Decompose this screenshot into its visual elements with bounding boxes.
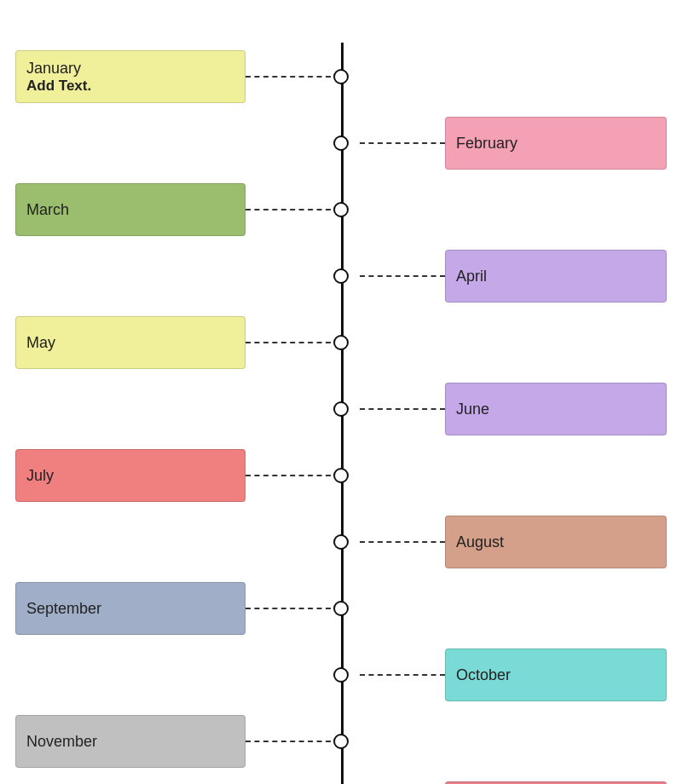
month-box-november: November [15,715,246,768]
month-label-january: January [26,60,234,78]
timeline-circle-january [333,69,349,84]
timeline-circle-september [333,601,349,616]
dash-left-may [246,342,331,343]
timeline-circle-august [333,534,349,550]
month-label-august: August [456,533,504,551]
month-label-july: July [26,467,234,485]
month-subtext-january: Add Text. [26,78,234,95]
month-label-november: November [26,733,234,751]
timeline-circle-june [333,401,349,417]
dash-left-march [246,209,331,210]
timeline-circle-april [333,268,349,284]
dash-left-july [246,475,331,476]
month-box-september: September [15,582,246,635]
timeline-circle-october [333,667,349,683]
month-box-april: April [445,250,667,303]
month-box-march: March [15,183,246,236]
dash-right-october [360,674,445,676]
month-box-february: February [445,117,667,170]
timeline-circle-march [333,202,349,217]
month-box-july: July [15,449,246,502]
month-label-june: June [456,401,489,418]
month-box-january: JanuaryAdd Text. [15,50,246,103]
dash-right-june [360,408,445,410]
dash-right-august [360,541,445,543]
month-box-august: August [445,516,667,568]
month-label-october: October [456,666,511,684]
dash-right-april [360,275,445,277]
page-heading [0,0,682,43]
timeline-circle-february [333,135,349,151]
dash-left-november [246,741,331,742]
month-label-march: March [26,201,234,219]
timeline-circle-november [333,734,349,749]
timeline: JanuaryAdd Text.FebruaryMarchAprilMayJun… [0,43,682,784]
month-box-october: October [445,649,667,701]
month-label-september: September [26,600,234,618]
timeline-circle-july [333,468,349,483]
timeline-circle-may [333,335,349,350]
month-box-june: June [445,383,667,435]
dash-left-september [246,608,331,609]
month-label-may: May [26,334,234,352]
dash-right-february [360,142,445,144]
dash-left-january [246,76,331,78]
month-label-april: April [456,268,487,285]
month-box-may: May [15,316,246,369]
month-label-february: February [456,135,517,153]
